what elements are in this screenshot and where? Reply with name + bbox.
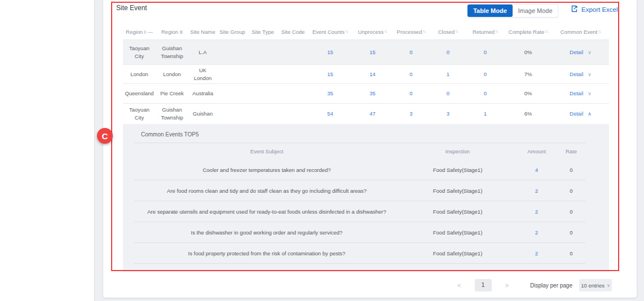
sort-icon: ↑↓ bbox=[422, 29, 425, 33]
inspection-cell: Food Safety(Stage1) bbox=[399, 187, 516, 194]
amount-link[interactable]: 2 bbox=[516, 250, 557, 257]
event-subject-cell: Is food property protected from the risk… bbox=[134, 250, 399, 257]
left-sidebar-panel bbox=[0, 0, 95, 301]
inspection-cell: Food Safety(Stage1) bbox=[399, 229, 516, 236]
column-header-rate: Rate bbox=[557, 148, 585, 155]
region1-cell: Taoyuan City bbox=[123, 106, 156, 122]
column-header-region2: Region II bbox=[156, 29, 188, 35]
sort-icon: ↑↓ bbox=[598, 29, 601, 33]
processed-link[interactable]: 3 bbox=[392, 110, 430, 118]
detail-button[interactable]: Detail∧ bbox=[552, 110, 609, 118]
entries-dropdown[interactable]: 10 entries ∨ bbox=[579, 279, 612, 291]
region1-cell: Taoyuan City bbox=[123, 45, 156, 60]
region2-cell: Guishan Township bbox=[156, 45, 188, 60]
filter-dash-icon: — bbox=[147, 29, 153, 35]
amount-link[interactable]: 4 bbox=[516, 166, 557, 174]
complete-rate-cell: 0% bbox=[504, 90, 552, 98]
detail-button[interactable]: Detail∨ bbox=[552, 70, 609, 78]
column-header-processed[interactable]: Processed↑↓ bbox=[392, 29, 430, 35]
column-header-complete-rate[interactable]: Complete Rate↑↓ bbox=[504, 29, 552, 35]
chevron-down-icon: ∨ bbox=[588, 91, 592, 96]
entries-dropdown-value: 10 entries bbox=[581, 282, 605, 289]
chevron-right-icon[interactable]: > bbox=[503, 282, 511, 289]
detail-button[interactable]: Detail∨ bbox=[552, 90, 609, 98]
returned-link[interactable]: 1 bbox=[466, 110, 504, 118]
page-title: Site Event bbox=[116, 4, 147, 12]
chevron-up-icon: ∧ bbox=[588, 111, 592, 117]
table-row: Queensland Pie Creek Australia 35 35 0 0… bbox=[123, 83, 609, 103]
event-subject-cell: Is the dishwasher in good working order … bbox=[134, 229, 399, 236]
returned-link[interactable]: 0 bbox=[466, 90, 504, 98]
event-subject-cell: Are food rooms clean and tidy and do sta… bbox=[134, 187, 399, 194]
sort-icon: ↑↓ bbox=[384, 29, 387, 33]
column-header-returned[interactable]: Returned↑↓ bbox=[466, 29, 504, 35]
site-name-cell: L.A bbox=[188, 48, 217, 56]
region2-cell: Pie Creek bbox=[156, 90, 188, 98]
sub-table-row: Are separate utensils and equipment used… bbox=[134, 201, 585, 222]
common-events-title: Common Events TOP5 bbox=[123, 124, 609, 138]
unprocess-link[interactable]: 35 bbox=[352, 90, 392, 98]
amount-link[interactable]: 2 bbox=[516, 208, 557, 215]
event-counts-link[interactable]: 35 bbox=[308, 90, 352, 98]
image-mode-button[interactable]: Image Mode bbox=[513, 5, 558, 17]
site-name-cell: Australia bbox=[188, 90, 217, 98]
unprocess-link[interactable]: 47 bbox=[352, 110, 392, 118]
unprocess-link[interactable]: 14 bbox=[352, 70, 392, 78]
site-event-table: Region I— Region II Site Name Site Group… bbox=[123, 24, 609, 124]
sort-icon: ↑↓ bbox=[545, 29, 548, 33]
returned-link[interactable]: 0 bbox=[466, 70, 504, 78]
sub-table-header-row: Event Subject Inspection Amount Rate bbox=[134, 143, 585, 160]
pagination: < 1 > Display per page 10 entries ∨ bbox=[455, 279, 612, 291]
column-header-event-subject: Event Subject bbox=[134, 148, 399, 155]
rate-cell: 0 bbox=[557, 229, 585, 236]
table-mode-button[interactable]: Table Mode bbox=[467, 5, 513, 17]
detail-button[interactable]: Detail∨ bbox=[552, 48, 609, 56]
event-counts-link[interactable]: 15 bbox=[308, 48, 352, 56]
inspection-cell: Food Safety(Stage1) bbox=[399, 208, 516, 215]
table-row-expanded: Taoyuan City Guishan Township Guishan 54… bbox=[123, 103, 609, 124]
column-header-unprocess[interactable]: Unprocess↑↓ bbox=[352, 29, 392, 35]
processed-link[interactable]: 0 bbox=[392, 48, 430, 56]
sub-table-row: Are food rooms clean and tidy and do sta… bbox=[134, 180, 585, 201]
column-header-event-counts[interactable]: Event Counts↑↓ bbox=[308, 29, 352, 35]
annotation-marker: C bbox=[97, 128, 113, 144]
unprocess-link[interactable]: 15 bbox=[352, 48, 392, 56]
event-subject-cell: Cooler and freezer temperatures taken an… bbox=[134, 166, 399, 174]
processed-link[interactable]: 0 bbox=[392, 90, 430, 98]
processed-link[interactable]: 0 bbox=[392, 70, 430, 78]
column-header-common-event[interactable]: Common Event↑↓ bbox=[552, 29, 609, 35]
rate-cell: 0 bbox=[557, 208, 585, 215]
display-per-page-label: Display per page bbox=[530, 282, 572, 289]
sub-table-row: Cooler and freezer temperatures taken an… bbox=[134, 160, 585, 180]
sort-icon: ↑↓ bbox=[495, 29, 498, 33]
region1-cell: London bbox=[123, 70, 156, 78]
chevron-left-icon[interactable]: < bbox=[455, 282, 463, 289]
closed-link[interactable]: 0 bbox=[430, 90, 466, 98]
amount-link[interactable]: 2 bbox=[516, 229, 557, 236]
rate-cell: 0 bbox=[557, 166, 585, 174]
column-header-region1[interactable]: Region I— bbox=[123, 29, 156, 35]
export-excel-button[interactable]: Export Excel bbox=[571, 5, 618, 14]
site-event-card: Site Event Table Mode Image Mode Export … bbox=[103, 0, 637, 298]
closed-link[interactable]: 3 bbox=[430, 110, 466, 118]
complete-rate-cell: 0% bbox=[504, 48, 552, 56]
column-header-closed[interactable]: Closed↑↓ bbox=[430, 29, 466, 35]
column-header-amount: Amount bbox=[516, 148, 557, 155]
event-counts-link[interactable]: 15 bbox=[308, 70, 352, 78]
table-header-row: Region I— Region II Site Name Site Group… bbox=[123, 24, 609, 39]
column-header-site-group: Site Group bbox=[217, 29, 248, 35]
event-counts-link[interactable]: 54 bbox=[308, 110, 352, 118]
returned-link[interactable]: 0 bbox=[466, 48, 504, 56]
closed-link[interactable]: 1 bbox=[430, 70, 466, 78]
table-row: London London UK London 15 14 0 1 0 7% D… bbox=[123, 64, 609, 83]
amount-link[interactable]: 2 bbox=[516, 187, 557, 194]
common-events-expanded-panel: Common Events TOP5 Event Subject Inspect… bbox=[123, 124, 609, 272]
region1-cell: Queensland bbox=[123, 90, 156, 98]
rate-cell: 0 bbox=[557, 250, 585, 257]
column-header-site-code: Site Code bbox=[278, 29, 308, 35]
inspection-cell: Food Safety(Stage1) bbox=[399, 250, 516, 257]
closed-link[interactable]: 0 bbox=[430, 48, 466, 56]
export-excel-label: Export Excel bbox=[581, 6, 618, 13]
export-excel-icon bbox=[571, 5, 578, 14]
page-number-button[interactable]: 1 bbox=[475, 279, 492, 291]
